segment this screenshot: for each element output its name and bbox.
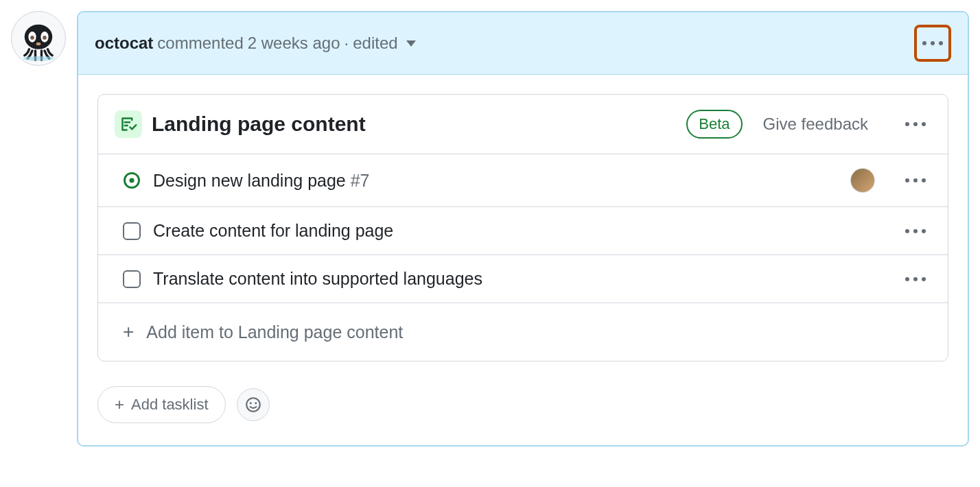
add-item-label: Add item to Landing page content — [146, 322, 403, 342]
svg-point-9 — [129, 178, 134, 182]
svg-point-5 — [43, 36, 47, 40]
task-label: Translate content into supported languag… — [153, 269, 875, 289]
plus-icon: + — [115, 395, 124, 414]
svg-point-7 — [23, 56, 54, 61]
caret-down-icon[interactable] — [406, 40, 416, 47]
svg-point-6 — [36, 43, 41, 46]
comment-author[interactable]: octocat — [95, 34, 153, 53]
beta-badge: Beta — [686, 110, 742, 139]
footer-actions: + Add tasklist — [97, 386, 948, 423]
issue-reference[interactable]: #7 — [351, 171, 370, 190]
task-label: Create content for landing page — [153, 221, 875, 241]
task-actions-menu[interactable] — [900, 272, 931, 287]
tasklist-card: Landing page content Beta Give feedback … — [97, 94, 948, 361]
add-item-row[interactable]: + Add item to Landing page content — [98, 302, 948, 361]
author-avatar[interactable] — [11, 11, 66, 66]
assignee-avatar[interactable] — [850, 168, 875, 193]
tasklist-title: Landing page content — [152, 112, 677, 136]
plus-icon: + — [123, 321, 134, 343]
tasklist-header: Landing page content Beta Give feedback — [98, 95, 948, 154]
svg-point-12 — [255, 402, 257, 404]
comment-actions-menu[interactable] — [914, 25, 951, 62]
give-feedback-link[interactable]: Give feedback — [763, 115, 868, 134]
tasklist-icon — [115, 110, 142, 138]
add-reaction-button[interactable] — [237, 388, 270, 421]
svg-point-11 — [249, 402, 251, 404]
octocat-icon — [14, 14, 63, 63]
issue-open-icon — [123, 171, 141, 189]
comment-container: octocat commented 2 weeks ago · edited — [77, 11, 969, 447]
task-row[interactable]: Create content for landing page — [98, 206, 948, 254]
task-label: Design new landing page #7 — [153, 171, 838, 191]
task-actions-menu[interactable] — [900, 224, 931, 239]
tasklist-actions-menu[interactable] — [900, 117, 931, 132]
task-checkbox[interactable] — [123, 270, 141, 288]
edited-label[interactable]: edited — [353, 34, 397, 53]
task-row[interactable]: Design new landing page #7 — [98, 154, 948, 206]
add-tasklist-button[interactable]: + Add tasklist — [97, 386, 226, 423]
svg-point-10 — [246, 398, 260, 412]
task-checkbox[interactable] — [123, 222, 141, 240]
comment-timestamp[interactable]: 2 weeks ago — [248, 34, 340, 53]
svg-point-4 — [30, 36, 34, 40]
comment-header: octocat commented 2 weeks ago · edited — [78, 12, 968, 75]
task-actions-menu[interactable] — [900, 173, 931, 188]
task-row[interactable]: Translate content into supported languag… — [98, 254, 948, 302]
separator: · — [345, 34, 349, 53]
comment-action: commented — [157, 34, 243, 53]
smiley-icon — [245, 396, 261, 413]
comment-body: Landing page content Beta Give feedback … — [78, 75, 968, 445]
